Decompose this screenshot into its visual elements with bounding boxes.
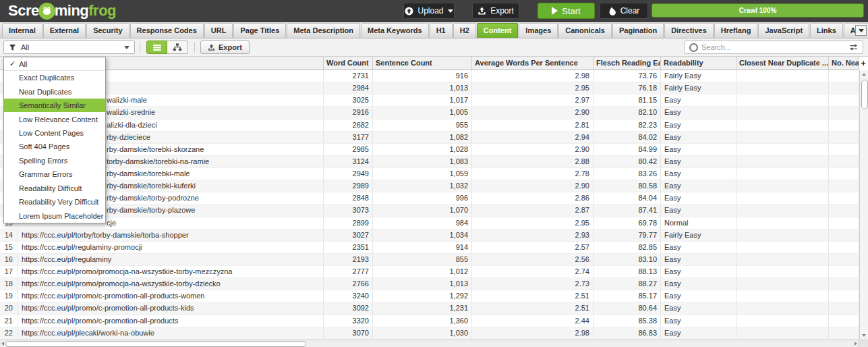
add-column-button[interactable]: + xyxy=(859,58,867,68)
tab-links[interactable]: Links xyxy=(810,23,843,38)
filter-option-readability-difficult[interactable]: Readability Difficult xyxy=(4,182,105,195)
table-row[interactable]: 17https://ccc.eu/pl/promo/promocja-na-ws… xyxy=(0,266,859,278)
flesch-cell: 69.78 xyxy=(594,217,661,230)
table-row[interactable]: 5alizki-dla-dzieci26829552.8182.23Easy xyxy=(0,119,859,132)
table-row[interactable]: 4walizki-srednie29161,0052.9082.10Easy xyxy=(0,107,859,119)
tab-h2[interactable]: H2 xyxy=(453,23,476,38)
table-row[interactable]: 20https://ccc.eu/pl/promo/c-promotion-al… xyxy=(0,302,859,315)
tab-security[interactable]: Security xyxy=(86,23,129,38)
table-row[interactable]: 15https://ccc.eu/pl/regulaminy-promocji2… xyxy=(0,242,859,254)
tab-pagination[interactable]: Pagination xyxy=(612,23,664,38)
tab-strip: InternalExternalSecurityResponse CodesUR… xyxy=(0,22,868,38)
tab-meta-keywords[interactable]: Meta Keywords xyxy=(361,23,429,38)
horizontal-scrollbar-thumb[interactable] xyxy=(5,341,306,347)
horizontal-scrollbar[interactable] xyxy=(0,340,868,347)
table-row[interactable]: 10rby-damskie/torebki-kuferki29891,0322.… xyxy=(0,180,859,192)
tab-directives[interactable]: Directives xyxy=(664,23,714,38)
table-body: 127319162.9873.76Fairly Easy229841,0132.… xyxy=(0,70,859,340)
word-count-cell: 3025 xyxy=(324,95,373,107)
table-row[interactable]: 11rby-damskie/torby-podrozne28489962.868… xyxy=(0,192,859,205)
table-row[interactable]: 7rby-damskie/torebki-skorzane29851,0282.… xyxy=(0,144,859,156)
search-options-sliders-icon[interactable] xyxy=(849,43,858,51)
table-row[interactable]: 3walizki-male30251,0172.9781.15Easy xyxy=(0,95,859,107)
tab-hreflang[interactable]: Hreflang xyxy=(714,23,758,38)
column-header-average-words-per-sentence[interactable]: Average Words Per Sentence xyxy=(472,57,594,70)
no-near-cell xyxy=(829,290,859,302)
url-cell: https://ccc.eu/pl/regulaminy xyxy=(18,254,324,266)
tree-view-button[interactable] xyxy=(167,41,188,54)
tab-images[interactable]: Images xyxy=(519,23,558,38)
filter-option-near-duplicates[interactable]: Near Duplicates xyxy=(4,84,105,98)
tab-content[interactable]: Content xyxy=(477,23,519,38)
flesch-cell: 76.18 xyxy=(594,82,661,95)
table-row[interactable]: 18https://ccc.eu/pl/promo/promocja-na-ws… xyxy=(0,278,859,290)
table-row[interactable]: 21https://ccc.eu/pl/promo/c-promotion-al… xyxy=(0,315,859,327)
export-button-toolbar[interactable]: Export xyxy=(200,41,250,54)
tab-page-titles[interactable]: Page Titles xyxy=(233,23,286,38)
table-row[interactable]: 127319162.9873.76Fairly Easy xyxy=(0,70,859,82)
filter-option-lorem-ipsum-placeholder[interactable]: Lorem Ipsum Placeholder xyxy=(4,209,105,223)
readability-cell: Easy xyxy=(661,119,736,132)
scrollbar-corner xyxy=(859,340,868,347)
column-header-no-near[interactable]: No. Near xyxy=(829,57,859,70)
tab-canonicals[interactable]: Canonicals xyxy=(558,23,612,38)
table-row[interactable]: 229841,0132.9576.18Fairly Easy xyxy=(0,82,859,95)
filter-option-all[interactable]: ✓All xyxy=(4,57,105,71)
tab-url[interactable]: URL xyxy=(204,23,233,38)
sentence-count-cell: 1,005 xyxy=(373,107,472,119)
filter-option-low-relevance-content[interactable]: Low Relevance Content xyxy=(4,112,105,126)
url-cell: https://ccc.eu/pl/torby/torby-damskie/to… xyxy=(18,230,324,242)
filter-dropdown[interactable]: All xyxy=(3,41,135,54)
start-button[interactable]: Start xyxy=(538,3,595,19)
filter-option-semantically-similar[interactable]: Semantically Similar xyxy=(4,99,105,112)
export-button-top[interactable]: Export xyxy=(472,3,519,19)
tab-external[interactable]: External xyxy=(43,23,86,38)
column-header-word-count[interactable]: Word Count xyxy=(324,57,373,70)
column-header-sentence-count[interactable]: Sentence Count xyxy=(373,57,472,70)
upload-button[interactable]: Upload xyxy=(403,3,455,19)
tab-meta-description[interactable]: Meta Description xyxy=(287,23,360,38)
scroll-left-arrow-icon[interactable] xyxy=(1,342,4,346)
tab-overflow-button[interactable] xyxy=(855,25,867,36)
table-row[interactable]: 19https://ccc.eu/pl/promo/c-promotion-al… xyxy=(0,290,859,302)
filter-option-grammar-errors[interactable]: Grammar Errors xyxy=(4,167,105,181)
scroll-up-arrow-icon[interactable] xyxy=(862,73,866,76)
table-row[interactable]: 13cje28999842.9569.78Normal xyxy=(0,217,859,230)
table-row[interactable]: 14https://ccc.eu/pl/torby/torby-damskie/… xyxy=(0,230,859,242)
scroll-right-arrow-icon[interactable] xyxy=(855,342,857,346)
closest-duplicate-cell xyxy=(736,217,829,230)
table-row[interactable]: 9rby-damskie/torebki-male29491,0592.7883… xyxy=(0,168,859,180)
filter-option-readability-very-difficult[interactable]: Readability Very Difficult xyxy=(4,195,105,209)
table-row[interactable]: 16https://ccc.eu/pl/regulaminy21938552.5… xyxy=(0,254,859,266)
row-number: 15 xyxy=(0,242,18,254)
vertical-scrollbar[interactable] xyxy=(859,70,868,340)
flesch-cell: 80.58 xyxy=(594,180,661,192)
filter-option-exact-duplicates[interactable]: Exact Duplicates xyxy=(4,71,105,84)
url-cell: https://ccc.eu/pl/promo/c-promotion-all-… xyxy=(18,302,324,315)
readability-cell: Easy xyxy=(661,95,736,107)
clear-button[interactable]: Clear xyxy=(600,3,648,19)
column-header-flesch-reading-eas[interactable]: Flesch Reading Eas... xyxy=(594,57,661,70)
table-row[interactable]: 8torby-damskie/torebki-na-ramie31241,083… xyxy=(0,156,859,168)
scroll-down-arrow-icon[interactable] xyxy=(862,334,866,337)
tab-h1[interactable]: H1 xyxy=(430,23,453,38)
crawl-progress-label: Crawl 100% xyxy=(739,7,777,14)
table-row[interactable]: 6rby-dzieciece31771,0822.9484.02Easy xyxy=(0,132,859,144)
column-header-closest-near-duplicate[interactable]: Closest Near Duplicate ... xyxy=(736,57,829,70)
filter-option-low-content-pages[interactable]: Low Content Pages xyxy=(4,126,105,140)
filter-option-spelling-errors[interactable]: Spelling Errors xyxy=(4,154,105,167)
list-view-button[interactable] xyxy=(146,41,167,54)
filter-option-soft-404-pages[interactable]: Soft 404 Pages xyxy=(4,140,105,153)
closest-duplicate-cell xyxy=(736,156,829,168)
table-row[interactable]: 22https://ccc.eu/pl/plecaki/worki-na-obu… xyxy=(0,327,859,340)
word-count-cell: 3320 xyxy=(324,315,373,327)
table-row[interactable]: 12rby-damskie/torby-plazowe30731,0702.87… xyxy=(0,205,859,217)
tab-internal[interactable]: Internal xyxy=(2,23,42,38)
vertical-scrollbar-thumb[interactable] xyxy=(861,80,868,109)
tab-javascript[interactable]: JavaScript xyxy=(758,23,809,38)
closest-duplicate-cell xyxy=(736,278,829,290)
column-header-readability[interactable]: Readability xyxy=(661,57,736,70)
tab-response-codes[interactable]: Response Codes xyxy=(130,23,204,38)
search-input[interactable] xyxy=(701,43,846,51)
no-near-cell xyxy=(829,242,859,254)
